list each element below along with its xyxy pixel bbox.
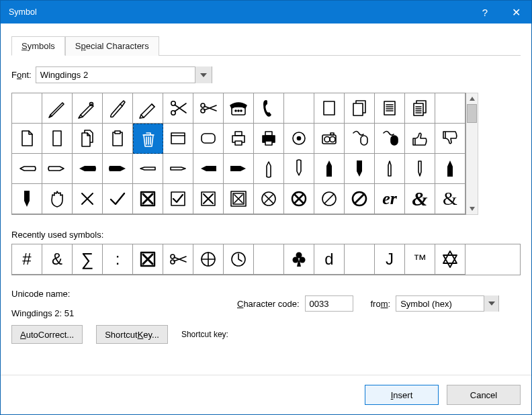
scrollbar[interactable] [466, 93, 478, 215]
symbol-cell-hand-left-outline[interactable] [12, 154, 42, 184]
scroll-thumb[interactable] [467, 104, 477, 123]
symbol-cell-prohibit-bold[interactable] [345, 184, 375, 214]
recent-symbol[interactable] [345, 244, 375, 275]
symbol-cell-hand-up-fill[interactable] [314, 154, 345, 184]
symbol-cell-x-box-outline[interactable] [224, 184, 254, 214]
recent-symbol[interactable] [193, 244, 224, 275]
scroll-down-icon[interactable] [466, 203, 478, 214]
symbol-cell-fountain-pen[interactable] [73, 93, 103, 124]
symbol-cell-page[interactable] [12, 124, 42, 154]
tab-symbols[interactable]: Symbols [11, 36, 65, 56]
recent-symbol[interactable]: d [314, 244, 345, 275]
recent-symbol[interactable]: J [375, 244, 405, 275]
shortcut-key-button[interactable]: Shortcut Key... [96, 325, 168, 344]
symbol-cell-hand-up-thin[interactable] [375, 154, 405, 184]
symbol-cell-empty[interactable] [435, 93, 466, 124]
symbol-cell-x-thin[interactable] [73, 184, 103, 214]
recent-symbol[interactable] [224, 244, 254, 275]
symbol-cell-thumb-down[interactable] [435, 124, 466, 154]
symbol-cell-hand-right-fill2[interactable] [224, 154, 254, 184]
scroll-up-icon[interactable] [466, 93, 478, 104]
symbol-cell-pen[interactable] [42, 93, 73, 124]
symbol-cell-trash[interactable] [133, 124, 163, 154]
symbol-cell-mouse-cable-fill[interactable] [375, 124, 405, 154]
symbol-cell-window[interactable] [163, 124, 193, 154]
symbol-cell-hand-left-fill2[interactable] [193, 154, 224, 184]
symbol-cell-page-outline[interactable] [314, 93, 345, 124]
recent-symbol[interactable] [435, 244, 466, 275]
recent-symbol[interactable] [133, 244, 163, 275]
symbol-cell-x-box[interactable] [193, 184, 224, 214]
symbol-cell-camera[interactable] [314, 124, 345, 154]
symbol-cell-pages-outline[interactable] [345, 93, 375, 124]
symbol-cell-amp-bold-italic[interactable]: & [405, 184, 435, 214]
recent-symbol[interactable]: # [12, 244, 42, 275]
symbol-cell-hand-right-thin[interactable] [163, 154, 193, 184]
symbol-cell-thumb-up[interactable] [405, 124, 435, 154]
symbol-cell-clipboard[interactable] [103, 124, 133, 154]
recent-symbol[interactable]: ∑ [73, 244, 103, 275]
svg-point-8 [240, 110, 242, 111]
symbol-cell-prohibit[interactable] [314, 184, 345, 214]
tab-special-characters[interactable]: Special Characters [65, 36, 159, 56]
recent-symbol[interactable]: & [42, 244, 73, 275]
symbol-cell-scissors[interactable] [193, 93, 224, 124]
symbol-cell-page-thin[interactable] [42, 124, 73, 154]
recent-symbol[interactable] [254, 244, 284, 275]
symbol-cell-hand-left-fill[interactable] [73, 154, 103, 184]
symbol-cell-hand-up-point[interactable] [435, 154, 466, 184]
symbol-cell-page-lines[interactable] [375, 93, 405, 124]
symbol-cell-pencil[interactable] [133, 93, 163, 124]
symbol-cell-hand-up-outline[interactable] [254, 154, 284, 184]
symbol-cell-hand-down-outline[interactable] [284, 154, 314, 184]
from-select[interactable] [396, 295, 499, 312]
symbol-cell-handset[interactable] [254, 93, 284, 124]
from-value[interactable] [396, 296, 484, 311]
recent-symbol[interactable] [284, 244, 314, 275]
symbol-cell-hand-down-thin[interactable] [405, 154, 435, 184]
chevron-down-icon[interactable] [195, 66, 212, 83]
symbol-cell-check-box[interactable] [163, 184, 193, 214]
cancel-button[interactable]: Cancel [447, 385, 521, 405]
symbol-cell-er-script[interactable]: er [375, 184, 405, 214]
charcode-input[interactable] [305, 295, 353, 312]
symbol-cell-pages-lines[interactable] [405, 93, 435, 124]
symbol-cell-hand-down-fill[interactable] [345, 154, 375, 184]
symbol-cell-printer[interactable] [224, 124, 254, 154]
unicode-name-value: Wingdings 2: 51 [11, 308, 213, 318]
scroll-track[interactable] [466, 104, 478, 203]
svg-point-49 [293, 257, 299, 263]
symbol-cell-brush[interactable] [103, 93, 133, 124]
symbol-cell-circled-x-bold[interactable] [284, 184, 314, 214]
symbol-cell-check[interactable] [103, 184, 133, 214]
symbol-cell-hand-spread[interactable] [42, 184, 73, 214]
symbol-cell-x-box-bold[interactable] [133, 184, 163, 214]
symbol-cell-amp-serif[interactable]: & [435, 184, 466, 214]
symbol-cell-disc[interactable] [284, 124, 314, 154]
symbol-cell-rounded-rect[interactable] [193, 124, 224, 154]
close-button[interactable]: ✕ [500, 1, 531, 24]
autocorrect-button[interactable]: AutoCorrect... [11, 325, 83, 344]
insert-button[interactable]: Insert [365, 385, 439, 405]
chevron-down-icon[interactable] [484, 295, 498, 312]
symbol-cell-printer-fill[interactable] [254, 124, 284, 154]
symbol-cell-scissors-open[interactable] [163, 93, 193, 124]
symbol-cell-circled-x[interactable] [254, 184, 284, 214]
symbol-cell-mouse-cable[interactable] [345, 124, 375, 154]
recent-symbol[interactable] [163, 244, 193, 275]
recent-symbol[interactable]: : [103, 244, 133, 275]
symbol-cell-hand-left-thin[interactable] [133, 154, 163, 184]
font-select[interactable] [36, 66, 212, 83]
symbol-cell-blank[interactable] [12, 93, 42, 124]
symbol-cell-hand-down-point[interactable] [12, 184, 42, 214]
help-button[interactable]: ? [470, 1, 500, 24]
symbol-cell-hand-right-fill[interactable] [103, 154, 133, 184]
symbol-cell-[interactable] [284, 93, 314, 124]
symbol-cell-pages[interactable] [73, 124, 103, 154]
symbol-cell-hand-right-outline[interactable] [42, 154, 73, 184]
font-input[interactable] [36, 67, 195, 83]
svg-point-29 [324, 137, 330, 142]
recent-symbol[interactable]: ™ [405, 244, 435, 275]
svg-rect-11 [353, 103, 363, 116]
symbol-cell-telephone[interactable] [224, 93, 254, 124]
